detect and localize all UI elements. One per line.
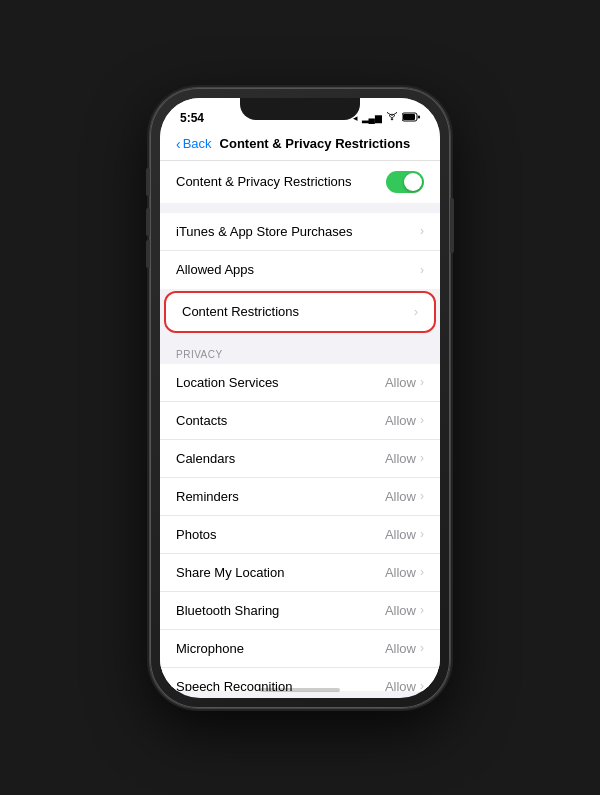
- location-chevron-icon: ›: [420, 375, 424, 389]
- location-services-row[interactable]: Location Services Allow ›: [160, 364, 440, 402]
- phone-frame: 5:54 ◂ ▂▄▆ ‹ Back Content & Privacy Rest…: [150, 88, 450, 708]
- phone-screen: 5:54 ◂ ▂▄▆ ‹ Back Content & Privacy Rest…: [160, 98, 440, 698]
- contacts-row[interactable]: Contacts Allow ›: [160, 402, 440, 440]
- photos-row[interactable]: Photos Allow ›: [160, 516, 440, 554]
- status-icons: ◂ ▂▄▆: [353, 112, 420, 124]
- wifi-icon: [386, 112, 398, 124]
- toggle-section: Content & Privacy Restrictions: [160, 161, 440, 203]
- photos-chevron-icon: ›: [420, 527, 424, 541]
- back-label: Back: [183, 136, 212, 151]
- content-restrictions-highlighted[interactable]: Content Restrictions ›: [164, 291, 436, 333]
- microphone-row[interactable]: Microphone Allow ›: [160, 630, 440, 668]
- itunes-chevron-icon: ›: [420, 224, 424, 238]
- reminders-row[interactable]: Reminders Allow ›: [160, 478, 440, 516]
- back-button[interactable]: ‹ Back: [176, 136, 212, 152]
- notch: [240, 98, 360, 120]
- reminders-chevron-icon: ›: [420, 489, 424, 503]
- scroll-area[interactable]: Content & Privacy Restrictions iTunes & …: [160, 161, 440, 691]
- privacy-restrictions-toggle[interactable]: [386, 171, 424, 193]
- signal-icon: ▂▄▆: [362, 113, 382, 123]
- calendars-row[interactable]: Calendars Allow ›: [160, 440, 440, 478]
- content-restrictions-row[interactable]: Content Restrictions ›: [166, 293, 434, 331]
- status-time: 5:54: [180, 111, 204, 125]
- itunes-row[interactable]: iTunes & App Store Purchases ›: [160, 213, 440, 251]
- home-indicator: [260, 688, 340, 692]
- allowed-apps-chevron-icon: ›: [420, 263, 424, 277]
- share-location-row[interactable]: Share My Location Allow ›: [160, 554, 440, 592]
- calendars-chevron-icon: ›: [420, 451, 424, 465]
- contacts-chevron-icon: ›: [420, 413, 424, 427]
- back-chevron-icon: ‹: [176, 136, 181, 152]
- nav-bar: ‹ Back Content & Privacy Restrictions: [160, 130, 440, 161]
- privacy-section-header: PRIVACY: [160, 337, 440, 364]
- speech-chevron-icon: ›: [420, 679, 424, 691]
- bluetooth-sharing-row[interactable]: Bluetooth Sharing Allow ›: [160, 592, 440, 630]
- microphone-chevron-icon: ›: [420, 641, 424, 655]
- toggle-label: Content & Privacy Restrictions: [176, 174, 352, 189]
- privacy-section: Location Services Allow › Contacts Allow…: [160, 364, 440, 691]
- share-location-chevron-icon: ›: [420, 565, 424, 579]
- svg-rect-1: [403, 114, 415, 120]
- bluetooth-chevron-icon: ›: [420, 603, 424, 617]
- content-restrictions-chevron-icon: ›: [414, 305, 418, 319]
- privacy-restrictions-toggle-row[interactable]: Content & Privacy Restrictions: [160, 161, 440, 203]
- nav-title: Content & Privacy Restrictions: [220, 136, 411, 151]
- svg-rect-2: [418, 115, 420, 118]
- battery-icon: [402, 112, 420, 124]
- main-section: iTunes & App Store Purchases › Allowed A…: [160, 213, 440, 289]
- allowed-apps-row[interactable]: Allowed Apps ›: [160, 251, 440, 289]
